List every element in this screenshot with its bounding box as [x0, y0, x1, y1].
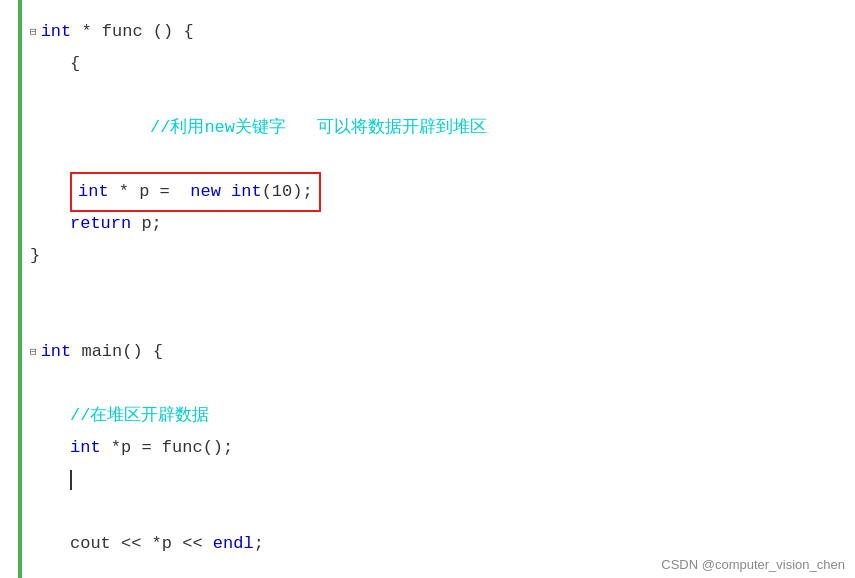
editor-container: ⊟ int * func () { { //利用new [0, 0, 855, 578]
fold-icon-2[interactable]: ⊟ [30, 336, 37, 368]
comment-2: //在堆区开辟数据 [70, 400, 209, 432]
line-1: ⊟ int * func () { [30, 16, 855, 48]
code-lines: ⊟ int * func () { { //利用new [30, 8, 855, 578]
line-15 [30, 464, 855, 496]
gutter [0, 0, 18, 578]
line-2: { [30, 48, 855, 80]
fold-icon-1[interactable]: ⊟ [30, 16, 37, 48]
line-11: ⊟ int main () { [30, 336, 855, 368]
space-1 [71, 16, 81, 48]
line-14: int *p = func (); [30, 432, 855, 464]
line-16 [30, 496, 855, 528]
line-17: cout << *p << endl ; [30, 528, 855, 560]
line-8: } [30, 240, 855, 272]
green-bar [18, 0, 22, 578]
highlight-box: int * p = new int ( 10 ); [70, 172, 321, 212]
line-12 [30, 368, 855, 400]
space-2 [92, 16, 102, 48]
line-3 [30, 80, 855, 112]
text-cursor [70, 470, 72, 490]
line-4: //利用new关键字 可以将数据开辟到堆区 [110, 112, 855, 144]
line-13: //在堆区开辟数据 [30, 400, 855, 432]
watermark: CSDN @computer_vision_chen [661, 557, 845, 572]
line-6: int * p = new int ( 10 ); [30, 176, 855, 208]
op-star-1: * [81, 16, 91, 48]
kw-int-2: int [78, 176, 109, 208]
code-area: ⊟ int * func () { { //利用new [0, 0, 855, 578]
keyword-int-1: int [41, 16, 72, 48]
comment-1: //利用new关键字 可以将数据开辟到堆区 [150, 112, 487, 144]
fn-func: func [102, 16, 143, 48]
line-10 [30, 304, 855, 336]
line-7: return p; [30, 208, 855, 240]
line-9 [30, 272, 855, 304]
